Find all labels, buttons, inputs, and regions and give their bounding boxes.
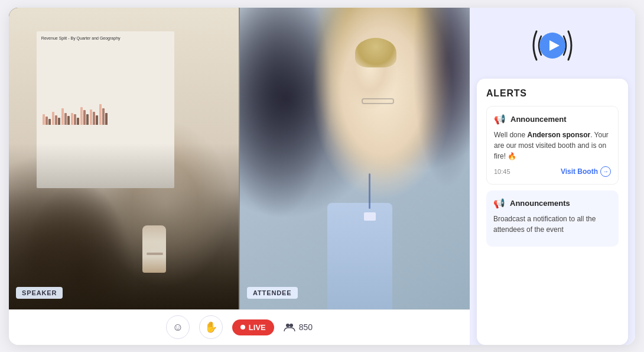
video-feeds: Revenue Split - By Quarter and Geography	[9, 8, 470, 309]
alert-2-body: Broadcast a notification to all the atte…	[493, 214, 612, 235]
broadcast-icon-area	[470, 8, 635, 79]
slide-bars	[41, 44, 170, 125]
attendees-number: 850	[299, 322, 313, 332]
hand-icon: ✋	[204, 321, 217, 334]
svg-point-0	[286, 324, 290, 327]
emoji-icon: ☺	[173, 321, 183, 334]
attendee-label: ATTENDEE	[247, 287, 298, 299]
hand-button[interactable]: ✋	[199, 315, 223, 339]
svg-point-1	[290, 324, 293, 327]
attendee-feed: ATTENDEE	[240, 8, 470, 309]
speaker-label: SPEAKER	[16, 287, 63, 299]
alert-1-body-bold: Anderson sponsor	[527, 131, 590, 139]
alert-1-footer: 10:45 Visit Booth →	[494, 166, 611, 177]
alert-1-time: 10:45	[494, 168, 510, 175]
alerts-title: ALERTS	[486, 88, 619, 99]
attendees-count: 850	[284, 322, 313, 332]
video-area: Revenue Split - By Quarter and Geography	[9, 8, 470, 345]
alert-2-icon: 📢	[493, 198, 505, 209]
visit-booth-label: Visit Booth	[561, 167, 598, 176]
emoji-button[interactable]: ☺	[166, 315, 190, 339]
alert-item-1: 📢 Announcement Well done Anderson sponso…	[486, 106, 619, 185]
alert-1-icon: 📢	[494, 114, 506, 125]
live-dot	[240, 325, 245, 330]
attendee-photo	[240, 8, 470, 309]
alert-1-header: 📢 Announcement	[494, 114, 611, 125]
visit-booth-arrow-icon: →	[600, 166, 611, 177]
alert-1-title: Announcement	[510, 115, 567, 124]
live-label: LIVE	[249, 323, 266, 332]
right-panel: ALERTS 📢 Announcement Well done Anderson…	[470, 8, 635, 345]
broadcast-icon	[526, 24, 579, 67]
alert-2-header: 📢 Announcements	[493, 198, 612, 209]
live-badge[interactable]: LIVE	[232, 319, 274, 335]
alert-1-body: Well done Anderson sponsor. Your are our…	[494, 130, 611, 162]
alert-item-2: 📢 Announcements Broadcast a notification…	[486, 190, 619, 247]
visit-booth-button[interactable]: Visit Booth →	[561, 166, 611, 177]
speaker-photo: Revenue Split - By Quarter and Geography	[9, 8, 239, 309]
toolbar: ☺ ✋ LIVE 850	[9, 309, 470, 345]
main-container: Revenue Split - By Quarter and Geography	[9, 8, 635, 345]
speaker-feed: Revenue Split - By Quarter and Geography	[9, 8, 239, 309]
attendees-icon	[284, 322, 295, 332]
alerts-card: ALERTS 📢 Announcement Well done Anderson…	[477, 79, 628, 345]
slide-title: Revenue Split - By Quarter and Geography	[41, 36, 170, 40]
alert-1-body-prefix: Well done	[494, 131, 527, 139]
alert-2-title: Announcements	[510, 199, 570, 208]
